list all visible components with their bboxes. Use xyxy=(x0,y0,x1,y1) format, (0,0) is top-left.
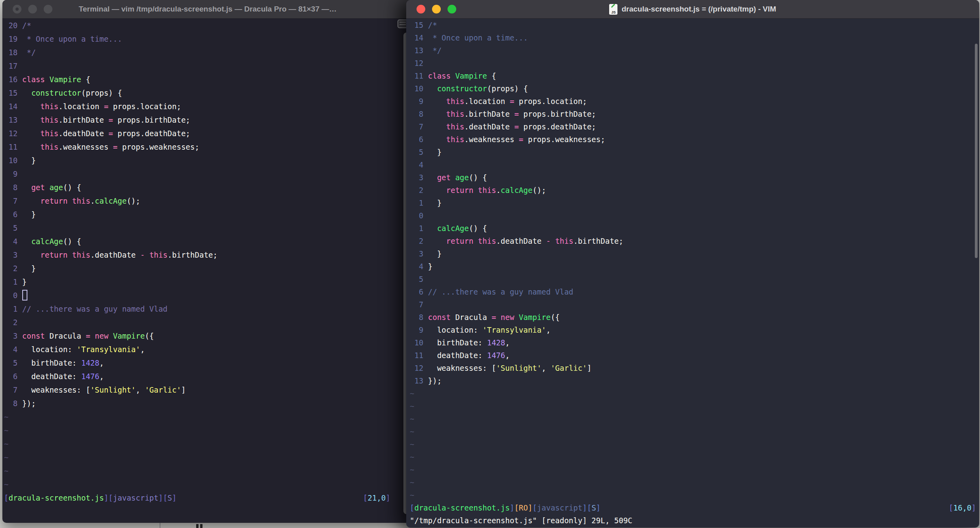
minimize-button[interactable] xyxy=(432,5,441,13)
code-text: this.deathDate = props.deathDate; xyxy=(428,122,596,131)
zoom-button[interactable] xyxy=(448,5,456,13)
background-window-divider xyxy=(160,522,160,528)
code-text: this.weaknesses = props.weaknesses; xyxy=(22,143,199,151)
code-line: 13 this.birthDate = props.birthDate; xyxy=(4,113,413,127)
code-line: 8}); xyxy=(4,397,413,410)
line-number: 13 xyxy=(4,113,17,127)
left-code-area[interactable]: 20/*19 * Once upon a time...18 */1716cla… xyxy=(2,19,413,523)
line-number: 1 xyxy=(410,197,423,209)
background-window-fragment xyxy=(196,524,199,528)
close-button[interactable] xyxy=(13,5,21,13)
line-number: 6 xyxy=(410,133,423,146)
line-number: 6 xyxy=(4,208,17,221)
empty-line-tilde: ~ xyxy=(410,400,979,412)
line-number: 12 xyxy=(410,362,423,374)
line-number: 0 xyxy=(410,209,423,222)
right-titlebar[interactable]: JS dracula-screenshot.js = (/private/tmp… xyxy=(406,0,979,19)
code-line: 13 */ xyxy=(410,44,979,57)
empty-line-tilde: ~ xyxy=(410,412,979,425)
code-line: 3const Dracula = new Vampire({ xyxy=(4,329,413,343)
right-scrollbar[interactable] xyxy=(975,44,978,258)
empty-line-tilde: ~ xyxy=(4,424,413,437)
code-text: } xyxy=(22,210,36,219)
code-line: 3 return this.deathDate - this.birthDate… xyxy=(4,248,413,262)
line-number: 2 xyxy=(410,184,423,197)
code-line: 11 this.weaknesses = props.weaknesses; xyxy=(4,140,413,154)
line-number: 10 xyxy=(4,154,17,167)
code-line: 19 * Once upon a time... xyxy=(4,32,413,46)
line-number: 4 xyxy=(4,343,17,356)
code-line: 6 } xyxy=(4,208,413,221)
line-number: 3 xyxy=(410,171,423,184)
code-text: }); xyxy=(22,399,36,408)
line-number: 1 xyxy=(4,302,17,316)
code-line: 2 } xyxy=(4,262,413,275)
code-text: // ...there was a guy named Vlad xyxy=(22,304,168,313)
empty-line-tilde: ~ xyxy=(410,438,979,451)
code-line: 10 constructor(props) { xyxy=(410,82,979,95)
code-text: return this.deathDate - this.birthDate; xyxy=(22,251,218,259)
line-number: 7 xyxy=(410,120,423,133)
empty-line-tilde: ~ xyxy=(4,478,413,491)
line-number: 19 xyxy=(4,32,17,46)
code-text: } xyxy=(428,148,442,156)
line-number: 3 xyxy=(4,248,17,262)
code-text: birthDate: 1428, xyxy=(22,358,104,367)
code-line: 9 location: 'Transylvania', xyxy=(410,324,979,336)
line-number: 10 xyxy=(410,82,423,95)
edited-dot xyxy=(15,8,19,11)
code-text: constructor(props) { xyxy=(428,84,528,93)
line-number: 14 xyxy=(4,100,17,113)
code-text: location: 'Transylvania', xyxy=(22,345,145,354)
close-button[interactable] xyxy=(417,5,425,13)
code-text: deathDate: 1476, xyxy=(428,351,510,360)
code-line: 3 get age() { xyxy=(410,171,979,184)
code-line: 6// ...there was a guy named Vlad xyxy=(410,285,979,298)
code-line: 4 location: 'Transylvania', xyxy=(4,343,413,356)
code-line: 17 xyxy=(4,59,413,73)
line-number: 0 xyxy=(4,289,17,302)
js-document-icon: JS xyxy=(609,4,617,15)
code-line: 8const Dracula = new Vampire({ xyxy=(410,311,979,324)
background-window-fragment xyxy=(200,524,203,528)
code-line: 4 xyxy=(410,158,979,171)
line-number: 8 xyxy=(4,181,17,194)
code-line: 18 */ xyxy=(4,46,413,59)
line-number: 4 xyxy=(410,158,423,171)
code-text: deathDate: 1476, xyxy=(22,372,104,381)
line-number: 2 xyxy=(4,316,17,329)
empty-line-tilde: ~ xyxy=(410,476,979,489)
right-code-area[interactable]: 15/*14 * Once upon a time...13 */1211cla… xyxy=(406,19,979,528)
line-number: 8 xyxy=(410,108,423,120)
code-line: 8 this.birthDate = props.birthDate; xyxy=(410,108,979,120)
code-text: this.weaknesses = props.weaknesses; xyxy=(428,135,605,144)
empty-line-tilde: ~ xyxy=(4,464,413,478)
code-text xyxy=(22,291,27,300)
code-line: 6 deathDate: 1476, xyxy=(4,370,413,383)
code-line: 2 return this.deathDate - this.birthDate… xyxy=(410,235,979,247)
zoom-button[interactable] xyxy=(44,5,52,13)
code-line: 1 calcAge() { xyxy=(410,222,979,235)
code-text: this.location = props.location; xyxy=(428,97,587,106)
line-number: 11 xyxy=(410,69,423,82)
vim-statusline: [dracula-screenshot.js][RO][javascript][… xyxy=(410,501,979,514)
line-number: 15 xyxy=(4,86,17,100)
code-line: 12 xyxy=(410,57,979,69)
code-line: 9 this.location = props.location; xyxy=(410,95,979,108)
code-text: return this.calcAge(); xyxy=(22,197,140,205)
empty-line-tilde: ~ xyxy=(410,489,979,501)
line-number: 14 xyxy=(410,31,423,44)
pencil-glyph xyxy=(611,4,615,8)
code-line: 2 xyxy=(4,316,413,329)
code-line: 10 birthDate: 1428, xyxy=(410,336,979,349)
code-line: 7 this.deathDate = props.deathDate; xyxy=(410,120,979,133)
code-line: 5 xyxy=(4,221,413,235)
line-number: 1 xyxy=(410,222,423,235)
minimize-button[interactable] xyxy=(28,5,37,13)
code-text: calcAge() { xyxy=(428,224,487,233)
left-titlebar[interactable]: Terminal — vim /tmp/dracula-screenshot.j… xyxy=(2,0,413,19)
code-text: weaknesses: ['Sunlight', 'Garlic'] xyxy=(428,364,592,372)
code-text: }); xyxy=(428,376,442,385)
empty-line-tilde: ~ xyxy=(410,451,979,463)
code-line: 5 } xyxy=(410,146,979,158)
